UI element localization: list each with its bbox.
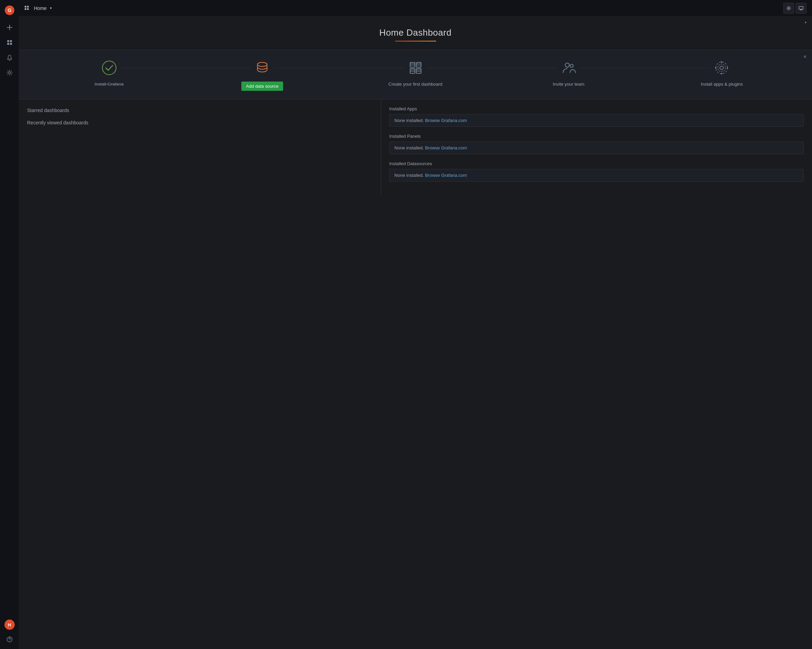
svg-point-13 [788,7,790,9]
left-section: Starred dashboards Recently viewed dashb… [19,99,381,195]
svg-point-30 [570,64,573,67]
title-underline [395,41,436,41]
svg-point-16 [258,62,267,66]
svg-rect-5 [10,43,12,45]
step-2-icon [253,58,272,77]
step-1-label: Install Grafana [95,81,124,87]
plus-icon [6,24,13,31]
svg-rect-18 [416,62,421,67]
check-circle-icon [101,60,118,76]
svg-rect-10 [27,6,29,8]
browse-grafana-panels-link[interactable]: Browse Grafana.com [425,145,467,150]
sidebar-avatar[interactable]: H [5,620,15,630]
database-icon [254,60,270,76]
svg-rect-9 [24,6,26,8]
installed-panels-title: Installed Panels [389,134,804,139]
step-install-grafana: Install Grafana [32,58,186,87]
avatar-initials: H [8,622,11,628]
sidebar-item-add[interactable] [3,21,17,34]
step-4-icon [559,58,578,77]
recent-dashboards-link[interactable]: Recently viewed dashboards [27,119,372,127]
svg-rect-2 [7,40,9,42]
home-dropdown-icon: ▾ [50,6,52,10]
sidebar-item-dashboards[interactable] [3,36,17,49]
installed-datasources-box: None installed. Browse Grafana.com [389,169,804,182]
sidebar: G [0,0,19,649]
svg-point-35 [721,73,722,74]
installed-panels-text: None installed. [394,145,424,150]
sidebar-item-settings[interactable] [3,66,17,80]
svg-point-34 [721,61,722,63]
svg-point-15 [102,61,116,75]
collapse-button[interactable]: ▾ [805,21,806,24]
svg-point-32 [718,64,725,72]
svg-point-37 [727,67,728,69]
svg-rect-3 [10,40,12,42]
svg-point-29 [565,63,569,67]
step-5-icon [712,58,731,77]
home-menu[interactable]: Home ▾ [24,6,52,11]
team-icon [560,60,577,76]
installed-apps-text: None installed. [394,118,424,123]
step-4-label: Invite your team [553,81,585,87]
svg-rect-11 [24,8,26,10]
starred-dashboards-link[interactable]: Starred dashboards [27,106,372,115]
close-button[interactable]: × [803,54,806,60]
gear-icon [6,70,13,76]
bell-icon [6,55,13,61]
svg-point-6 [9,72,11,73]
installed-apps-box: None installed. Browse Grafana.com [389,114,804,127]
grid-icon [24,6,30,11]
installed-datasources-section: Installed Datasources None installed. Br… [389,161,804,182]
svg-point-31 [720,66,723,70]
step-create-dashboard: Create your first dashboard [339,58,492,87]
svg-rect-12 [27,8,29,10]
sidebar-item-alerts[interactable] [3,51,17,64]
sidebar-logo[interactable]: G [3,3,17,17]
svg-rect-19 [410,69,415,73]
step-3-label: Create your first dashboard [389,81,443,87]
topnav-actions [783,3,806,14]
svg-rect-20 [416,69,421,73]
step-1-icon [100,58,119,77]
svg-point-8 [9,641,10,641]
home-label: Home [34,6,47,11]
installed-apps-section: Installed Apps None installed. Browse Gr… [389,106,804,127]
settings-icon [786,6,791,11]
installed-panels-box: None installed. Browse Grafana.com [389,141,804,154]
svg-rect-4 [7,43,9,45]
step-add-datasource: Add data source [186,58,339,91]
step-install-plugins: Install apps & plugins [645,58,798,87]
steps-row: Install Grafana Add data source [32,58,798,91]
grafana-logo-icon: G [5,5,15,15]
svg-rect-14 [799,6,803,9]
installed-apps-title: Installed Apps [389,106,804,111]
svg-text:G: G [8,8,11,13]
bottom-sections: Starred dashboards Recently viewed dashb… [19,99,812,195]
getting-started-section: × Install Grafana [19,50,812,99]
dashboard-panels-icon [408,60,424,76]
svg-rect-17 [410,62,415,67]
add-datasource-button[interactable]: Add data source [241,81,284,91]
settings-button[interactable] [783,3,794,14]
dashboard-title: Home Dashboard [19,28,812,38]
browse-grafana-datasources-link[interactable]: Browse Grafana.com [425,173,467,178]
main-content: Home ▾ [19,0,812,649]
plugins-icon [713,60,730,76]
topnav: Home ▾ [19,0,812,17]
dashboard-header: Home Dashboard ▾ [19,17,812,50]
installed-datasources-title: Installed Datasources [389,161,804,166]
sidebar-item-help[interactable] [3,632,17,646]
monitor-icon [799,6,803,11]
right-section: Installed Apps None installed. Browse Gr… [381,99,812,195]
dashboards-icon [6,40,13,46]
installed-datasources-text: None installed. [394,173,424,178]
step-invite-team: Invite your team [492,58,645,87]
svg-point-36 [715,67,716,69]
step-3-icon [406,58,425,77]
content-area: Home Dashboard ▾ × [19,17,812,649]
browse-grafana-apps-link[interactable]: Browse Grafana.com [425,118,467,123]
installed-panels-section: Installed Panels None installed. Browse … [389,134,804,154]
display-button[interactable] [795,3,806,14]
step-5-label: Install apps & plugins [701,81,743,87]
